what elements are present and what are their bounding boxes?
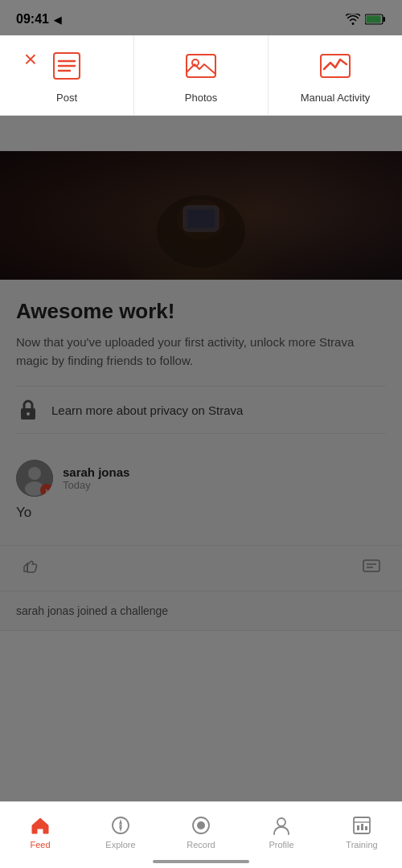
person-icon xyxy=(270,814,293,837)
home-indicator xyxy=(153,860,249,863)
manual-activity-action[interactable]: Manual Activity xyxy=(269,35,402,115)
manual-activity-icon xyxy=(316,47,355,85)
nav-explore-label: Explore xyxy=(105,840,135,850)
close-button[interactable]: × xyxy=(16,45,45,74)
close-icon: × xyxy=(24,48,37,71)
home-icon xyxy=(29,814,51,837)
nav-profile[interactable]: Profile xyxy=(241,802,322,868)
svg-rect-19 xyxy=(187,55,215,77)
nav-explore[interactable]: Explore xyxy=(80,802,161,868)
nav-record-label: Record xyxy=(187,840,215,850)
svg-rect-32 xyxy=(361,824,363,830)
post-icon xyxy=(47,47,86,85)
svg-point-28 xyxy=(277,818,285,826)
svg-point-27 xyxy=(197,821,205,829)
record-icon xyxy=(190,814,212,837)
compass-icon xyxy=(109,814,132,837)
nav-profile-label: Profile xyxy=(269,840,293,850)
action-menu: Post Photos Manual Activity xyxy=(0,35,402,116)
photos-label: Photos xyxy=(185,92,217,104)
nav-feed-label: Feed xyxy=(30,840,50,850)
bottom-nav: Feed Explore Record xyxy=(0,801,402,868)
svg-rect-33 xyxy=(365,826,367,830)
manual-activity-label: Manual Activity xyxy=(301,92,371,104)
svg-rect-31 xyxy=(357,825,359,830)
overlay[interactable] xyxy=(0,0,402,868)
nav-training-label: Training xyxy=(346,840,377,850)
training-icon xyxy=(351,814,373,837)
post-label: Post xyxy=(56,92,77,104)
svg-marker-25 xyxy=(119,826,122,832)
svg-marker-24 xyxy=(119,819,122,825)
nav-feed[interactable]: Feed xyxy=(0,802,80,868)
photos-icon xyxy=(182,47,220,85)
photos-action[interactable]: Photos xyxy=(134,35,269,115)
svg-point-23 xyxy=(120,825,122,827)
nav-record[interactable]: Record xyxy=(161,802,241,868)
nav-training[interactable]: Training xyxy=(322,802,402,868)
